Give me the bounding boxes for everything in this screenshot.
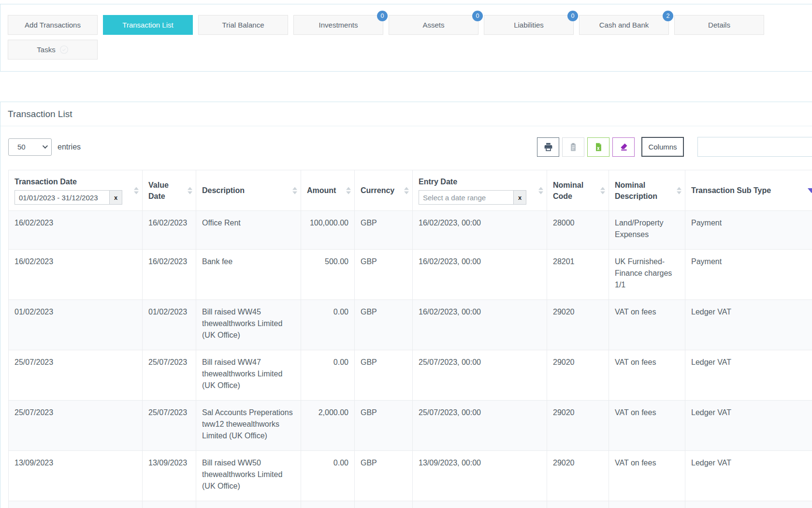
tab-label: Trial Balance (222, 21, 264, 29)
cell-nominal-code: 28000 (547, 211, 609, 250)
cell-value-date: 25/07/2023 (143, 350, 196, 401)
excel-export-button[interactable] (587, 137, 609, 157)
cell-nominal-description: VAT on fees (609, 350, 685, 401)
header-transaction-sub-type[interactable]: Transaction Sub Type (685, 170, 812, 211)
cell-amount: 500.00 (301, 250, 355, 300)
sort-icon (538, 187, 543, 194)
cell-nominal-description: Land/Property Expenses (609, 211, 685, 250)
cell-entry-date: 16/02/2023, 00:00 (413, 300, 547, 350)
tab-add-transactions[interactable]: Add Transactions (8, 15, 98, 35)
toolbar: Columns (537, 137, 812, 157)
tab-label: Assets (422, 21, 444, 29)
tab-label: Investments (319, 21, 358, 29)
cell-transaction-sub-type: Ledger VAT (685, 350, 812, 401)
cell-entry-date: 25/07/2023, 00:00 (413, 401, 547, 451)
cell-transaction-date: 16/02/2023 (9, 250, 143, 300)
cell-transaction-sub-type: Payment (685, 211, 812, 250)
page-title: Transaction List (8, 109, 812, 120)
table-row: 25/07/2023 25/07/2023 Sal Accounts Prepe… (9, 401, 812, 451)
cell-nominal-description: VAT on fees (609, 451, 685, 501)
cell-nominal-code: 29020 (547, 451, 609, 501)
eraser-icon (619, 142, 629, 152)
cell-nominal-description: VAT on fees (609, 300, 685, 350)
clear-filter-button[interactable]: x (513, 190, 526, 205)
transaction-date-filter-input[interactable] (14, 190, 109, 205)
header-amount[interactable]: Amount (301, 170, 355, 211)
cell-nominal-code: 28201 (547, 250, 609, 300)
header-nominal-code[interactable]: Nominal Code (547, 170, 609, 211)
cell-currency: GBP (355, 451, 413, 501)
copy-button[interactable] (562, 137, 584, 157)
entries-label: entries (58, 143, 81, 151)
sort-icon (404, 187, 409, 194)
transaction-list-panel: Transaction List 50 entries (0, 102, 812, 508)
table-controls: 50 entries (8, 137, 812, 157)
cell-transaction-sub-type: Ledger VAT (685, 451, 812, 501)
tab-tasks[interactable]: Tasks (8, 40, 98, 60)
header-nominal-description[interactable]: Nominal Description (609, 170, 685, 211)
entry-date-filter-input[interactable] (419, 190, 513, 205)
cell-currency: GBP (355, 250, 413, 300)
header-currency[interactable]: Currency (355, 170, 413, 211)
tab-details[interactable]: Details (674, 15, 764, 35)
count-badge: 0 (567, 11, 578, 21)
cell-transaction-sub-type: Payment (685, 250, 812, 300)
cell-transaction-date: 01/02/2023 (9, 300, 143, 350)
tab-row-1: Add Transactions Transaction List Trial … (8, 15, 812, 35)
clear-filters-button[interactable] (612, 137, 635, 157)
count-badge: 0 (472, 11, 483, 21)
columns-button[interactable]: Columns (641, 137, 684, 157)
cell-value-date: 01/02/2023 (143, 300, 196, 350)
header-description[interactable]: Description (196, 170, 301, 211)
table-search-input[interactable] (697, 137, 812, 157)
sort-icon (134, 187, 139, 194)
table-row: 01/02/2023 01/02/2023 Bill raised WW45 t… (9, 300, 812, 350)
sort-icon (346, 187, 351, 194)
entries-select[interactable]: 50 (8, 138, 52, 156)
tab-cash-and-bank[interactable]: Cash and Bank 2 (579, 15, 669, 35)
sort-icon (188, 187, 192, 194)
table-header: Transaction Date x Value Date Descriptio… (9, 170, 812, 211)
tab-liabilities[interactable]: Liabilities 0 (484, 15, 574, 35)
cell-nominal-code: 29020 (547, 401, 609, 451)
header-value-date[interactable]: Value Date (143, 170, 196, 211)
cell-value-date: 16/02/2023 (143, 250, 196, 300)
cell-entry-date: 16/02/2023, 00:00 (413, 211, 547, 250)
copy-icon (568, 142, 578, 152)
header-transaction-date[interactable]: Transaction Date x (9, 170, 143, 211)
cell-amount: 100,000.00 (301, 211, 355, 250)
count-badge: 0 (377, 11, 388, 21)
table-row: 16/02/2023 16/02/2023 Office Rent 100,00… (9, 211, 812, 250)
columns-button-label: Columns (648, 143, 677, 151)
cell-currency: GBP (355, 350, 413, 401)
cell-transaction-date: 25/07/2023 (9, 350, 143, 401)
tab-investments[interactable]: Investments 0 (293, 15, 383, 35)
sort-icon (600, 187, 605, 194)
tab-transaction-list[interactable]: Transaction List (103, 15, 193, 35)
clear-filter-button[interactable]: x (109, 190, 122, 205)
table-row-partial (9, 501, 812, 508)
excel-export-icon (594, 142, 603, 152)
cell-amount: 2,000.00 (301, 401, 355, 451)
cell-nominal-code: 29020 (547, 350, 609, 401)
tab-label: Transaction List (122, 21, 173, 29)
cell-currency: GBP (355, 401, 413, 451)
cell-currency: GBP (355, 211, 413, 250)
cell-nominal-code: 29020 (547, 300, 609, 350)
tab-trial-balance[interactable]: Trial Balance (198, 15, 288, 35)
filter-dropdown-icon[interactable] (808, 188, 812, 193)
tab-label: Cash and Bank (599, 21, 649, 29)
tab-label: Liabilities (514, 21, 544, 29)
header-entry-date[interactable]: Entry Date x (413, 170, 547, 211)
cell-nominal-description: UK Furnished-Finance charges 1/1 (609, 250, 685, 300)
print-icon (543, 142, 553, 152)
cell-currency: GBP (355, 300, 413, 350)
cell-transaction-date: 25/07/2023 (9, 401, 143, 451)
check-circle-icon (59, 45, 69, 54)
cell-value-date: 13/09/2023 (143, 451, 196, 501)
tab-assets[interactable]: Assets 0 (389, 15, 478, 35)
cell-transaction-sub-type: Ledger VAT (685, 401, 812, 451)
tab-bar-panel: Add Transactions Transaction List Trial … (0, 4, 812, 72)
print-button[interactable] (537, 137, 559, 157)
table-row: 25/07/2023 25/07/2023 Bill raised WW47 t… (9, 350, 812, 401)
